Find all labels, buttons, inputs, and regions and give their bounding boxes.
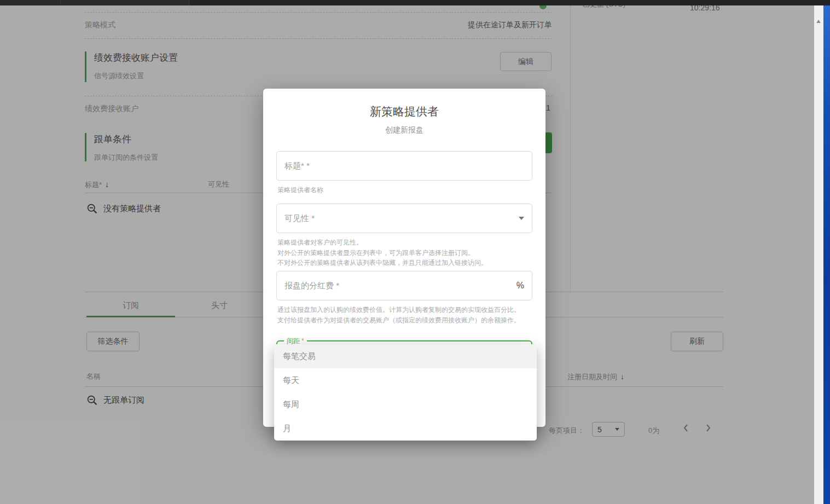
chevron-down-icon xyxy=(519,217,524,220)
fee-placeholder: 报盘的分红费 * xyxy=(285,281,339,291)
visibility-select[interactable]: 可见性 * xyxy=(276,204,532,233)
percent-suffix: % xyxy=(516,281,524,291)
dialog-title: 新策略提供者 xyxy=(263,104,545,119)
desktop-edge xyxy=(823,0,830,504)
interval-label-text: 间距 xyxy=(287,337,300,345)
interval-options-menu: 每笔交易 每天 每周 月 xyxy=(274,344,537,441)
title-placeholder: 标题* * xyxy=(285,161,310,171)
visibility-label: 可见性 * xyxy=(285,213,315,224)
option-weekly[interactable]: 每周 xyxy=(274,392,537,416)
option-monthly[interactable]: 月 xyxy=(274,416,537,441)
tab-separator xyxy=(189,0,189,5)
option-daily[interactable]: 每天 xyxy=(274,368,537,392)
required-asterisk: * xyxy=(301,337,304,345)
option-per-trade[interactable]: 每笔交易 xyxy=(274,344,537,368)
fee-helper: 通过该报盘加入的认购的绩效费价值。计算为认购者复制的交易的实现收益百分比。支付给… xyxy=(277,305,521,325)
title-helper: 策略提供者名称 xyxy=(277,185,521,195)
dialog-subtitle: 创建新报盘 xyxy=(263,125,545,135)
app-window: 已更新 (UTC) 10:29:16 策略模式 提供在途订单及新开订单 绩效费接… xyxy=(0,0,830,504)
browser-tab-strip xyxy=(0,0,189,5)
page-scrollbar[interactable] xyxy=(814,5,823,504)
tab-separator xyxy=(60,0,61,5)
visibility-helper: 策略提供者对客户的可见性。 对外公开的策略提供者显示在列表中，可为跟单客户选择注… xyxy=(277,237,521,268)
title-input[interactable]: 标题* * xyxy=(276,151,532,181)
browser-top-edge xyxy=(0,0,830,5)
fee-input[interactable]: 报盘的分红费 * % xyxy=(276,271,532,300)
scroll-up-icon[interactable] xyxy=(816,20,821,23)
